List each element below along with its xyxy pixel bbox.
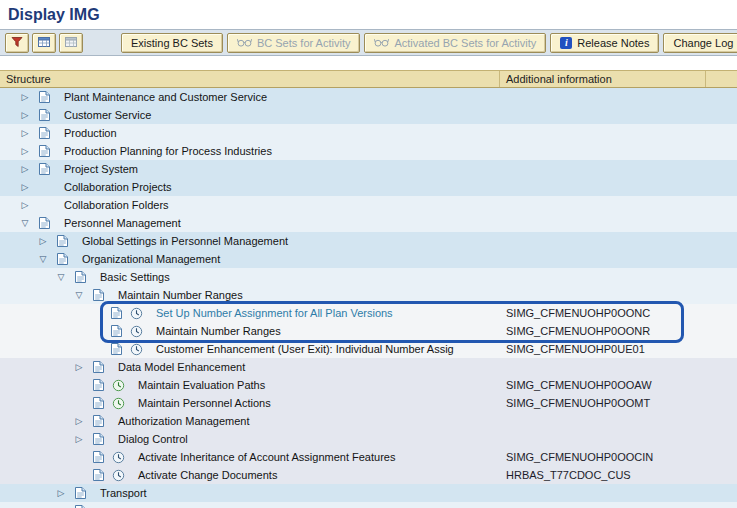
tree-row[interactable]: ▷Transport <box>0 484 737 502</box>
execute-activity-clock-icon[interactable] <box>126 325 146 338</box>
collapse-arrow-icon[interactable]: ▽ <box>52 272 70 282</box>
tree-row[interactable]: ▷Collaboration Projects <box>0 178 737 196</box>
collapse-arrow-icon[interactable]: ▽ <box>70 290 88 300</box>
node-label: Project System <box>64 163 138 175</box>
tree-row[interactable]: ▷Project System <box>0 160 737 178</box>
collapse-arrow-icon[interactable]: ▽ <box>16 218 34 228</box>
img-activity-doc-icon[interactable] <box>88 378 108 392</box>
grid-copy-icon-button[interactable] <box>59 33 83 53</box>
expand-arrow-icon[interactable]: ▷ <box>16 200 34 210</box>
structure-cell: Maintain Number Ranges <box>0 322 500 340</box>
structure-cell: Maintain Personnel Actions <box>0 394 500 412</box>
node-label: Activate Inheritance of Account Assignme… <box>138 451 395 463</box>
expand-arrow-icon[interactable]: ▷ <box>70 362 88 372</box>
activated-bc-sets-for-activity-button[interactable]: Activated BC Sets for Activity <box>364 33 546 53</box>
tree-row[interactable]: ▷Plant Maintenance and Customer Service <box>0 88 737 106</box>
node-label: Organizational Management <box>82 253 220 265</box>
img-activity-doc-icon[interactable] <box>88 468 108 482</box>
table-header-row: Structure Additional information <box>0 70 737 88</box>
tree-row[interactable]: ▷Authorization Management <box>0 412 737 430</box>
expand-arrow-icon[interactable]: ▷ <box>16 146 34 156</box>
node-label: Activate Change Documents <box>138 469 277 481</box>
node-label: Transport <box>100 487 147 499</box>
existing-bc-sets-button[interactable]: Existing BC Sets <box>121 33 223 53</box>
tree-row[interactable]: ▷ <box>0 502 737 508</box>
activated-bc-sets-for-activity-label: Activated BC Sets for Activity <box>394 37 536 49</box>
expand-arrow-icon[interactable]: ▷ <box>34 236 52 246</box>
tree-row[interactable]: Activate Inheritance of Account Assignme… <box>0 448 737 466</box>
tree-row[interactable]: ▽Personnel Management <box>0 214 737 232</box>
img-activity-doc-icon[interactable] <box>34 126 54 140</box>
execute-activity-clock-icon[interactable] <box>108 451 128 464</box>
img-activity-doc-icon[interactable] <box>52 234 72 248</box>
expand-arrow-icon[interactable]: ▷ <box>16 92 34 102</box>
grid-disabled-icon <box>64 35 78 51</box>
img-activity-doc-icon[interactable] <box>34 108 54 122</box>
img-activity-doc-icon[interactable] <box>52 252 72 266</box>
expand-arrow-icon[interactable]: ▷ <box>16 128 34 138</box>
tree-row[interactable]: ▽Organizational Management <box>0 250 737 268</box>
expand-arrow-icon[interactable]: ▷ <box>52 488 70 498</box>
tree-row[interactable]: Maintain Number RangesSIMG_CFMENUOHP0OON… <box>0 322 737 340</box>
tree-row[interactable]: Maintain Evaluation PathsSIMG_CFMENUOHP0… <box>0 376 737 394</box>
img-activity-doc-icon[interactable] <box>106 324 126 338</box>
additional-info: SIMG_CFMENUOHP0OOCIN <box>500 451 737 463</box>
img-activity-doc-icon[interactable] <box>106 342 126 356</box>
expand-arrow-icon[interactable]: ▷ <box>70 434 88 444</box>
img-activity-doc-icon[interactable] <box>34 144 54 158</box>
expand-arrow-icon[interactable]: ▷ <box>16 182 34 192</box>
node-label: Set Up Number Assignment for All Plan Ve… <box>156 307 393 319</box>
execute-activity-clock-icon[interactable] <box>126 343 146 356</box>
execute-activity-clock-icon[interactable] <box>108 469 128 482</box>
node-label: Data Model Enhancement <box>118 361 245 373</box>
change-log-button[interactable]: Change Log <box>663 33 737 53</box>
expand-arrow-icon[interactable]: ▷ <box>70 416 88 426</box>
tree-row[interactable]: ▷Production <box>0 124 737 142</box>
img-activity-doc-icon[interactable] <box>34 90 54 104</box>
img-activity-doc-icon[interactable] <box>88 360 108 374</box>
tree-row[interactable]: Customer Enhancement (User Exit): Indivi… <box>0 340 737 358</box>
filter-icon-button[interactable] <box>5 33 29 53</box>
img-activity-doc-icon[interactable] <box>70 504 90 508</box>
info-icon: i <box>560 37 572 49</box>
tree-row[interactable]: ▷Customer Service <box>0 106 737 124</box>
tree-row[interactable]: Maintain Personnel ActionsSIMG_CFMENUOHP… <box>0 394 737 412</box>
img-activity-doc-icon[interactable] <box>88 450 108 464</box>
additional-info: SIMG_CFMENUOHP0UE01 <box>500 343 737 355</box>
img-activity-doc-icon[interactable] <box>70 270 90 284</box>
additional-info: SIMG_CFMENUOHP0OONR <box>500 325 737 337</box>
release-notes-button[interactable]: i Release Notes <box>550 33 659 53</box>
bc-sets-for-activity-button[interactable]: BC Sets for Activity <box>227 33 361 53</box>
tree-row[interactable]: ▷Dialog Control <box>0 430 737 448</box>
expand-arrow-icon[interactable]: ▷ <box>16 110 34 120</box>
tree-row[interactable]: Activate Change DocumentsHRBAS_T77CDOC_C… <box>0 466 737 484</box>
grid-view-icon-button[interactable] <box>32 33 56 53</box>
tree-row[interactable]: ▽Basic Settings <box>0 268 737 286</box>
structure-cell: ▽Basic Settings <box>0 268 500 286</box>
tree-row[interactable]: ▷Data Model Enhancement <box>0 358 737 376</box>
img-activity-doc-icon[interactable] <box>34 162 54 176</box>
additional-info: SIMG_CFMENUOHP0OOAW <box>500 379 737 391</box>
img-activity-doc-icon[interactable] <box>106 306 126 320</box>
tree-row[interactable]: ▷Global Settings in Personnel Management <box>0 232 737 250</box>
execute-activity-clock-green-icon[interactable] <box>108 379 128 392</box>
expand-arrow-icon[interactable]: ▷ <box>16 164 34 174</box>
img-activity-doc-icon[interactable] <box>88 414 108 428</box>
img-activity-doc-icon[interactable] <box>88 288 108 302</box>
img-activity-doc-icon[interactable] <box>88 396 108 410</box>
collapse-arrow-icon[interactable]: ▽ <box>34 254 52 264</box>
img-activity-doc-icon[interactable] <box>70 486 90 500</box>
tree-row[interactable]: ▷Collaboration Folders <box>0 196 737 214</box>
tree-row[interactable]: Set Up Number Assignment for All Plan Ve… <box>0 304 737 322</box>
execute-activity-clock-icon[interactable] <box>126 307 146 320</box>
img-activity-doc-icon[interactable] <box>88 432 108 446</box>
execute-activity-clock-green-icon[interactable] <box>108 397 128 410</box>
img-activity-doc-icon[interactable] <box>34 216 54 230</box>
node-label: Production <box>64 127 117 139</box>
tree-row[interactable]: ▽Maintain Number Ranges <box>0 286 737 304</box>
structure-cell: ▷Customer Service <box>0 106 500 124</box>
page-title: Display IMG <box>0 0 737 29</box>
column-header-additional-information: Additional information <box>500 71 706 87</box>
tree-rows: ▷Plant Maintenance and Customer Service▷… <box>0 88 737 508</box>
tree-row[interactable]: ▷Production Planning for Process Industr… <box>0 142 737 160</box>
